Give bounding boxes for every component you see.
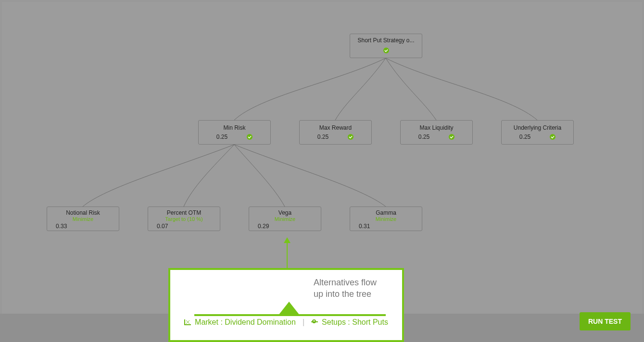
node-title: Underlying Criteria	[502, 121, 573, 131]
node-title: Notional Risk	[47, 207, 119, 216]
node-value: 0.25	[418, 134, 429, 140]
annotation-text: Alternatives flow up into the tree	[314, 277, 377, 300]
node-vega[interactable]: Vega Minimize 0.29	[249, 207, 321, 231]
annotation-triangle-icon	[278, 302, 300, 315]
node-objective: Target to (10 %)	[148, 216, 220, 222]
node-objective: Minimize	[249, 216, 321, 222]
node-notional-risk[interactable]: Notional Risk Minimize 0.33	[47, 207, 119, 231]
node-underlying-criteria[interactable]: Underlying Criteria 0.25	[501, 120, 574, 145]
check-icon	[550, 134, 556, 140]
node-value: 0.33	[47, 223, 119, 232]
annotation-callout: Alternatives flow up into the tree Marke…	[168, 268, 404, 342]
check-icon	[383, 48, 389, 53]
market-label: Market : Dividend Domination	[195, 318, 296, 327]
check-icon	[449, 134, 455, 140]
flow-arrow-icon	[284, 237, 290, 267]
node-value: 0.31	[350, 223, 422, 232]
node-title: Percent OTM	[148, 207, 220, 216]
node-title: Max Reward	[300, 121, 371, 131]
annotation-divider	[194, 314, 386, 316]
node-title: Short Put Strategy o...	[350, 34, 422, 44]
node-objective: Minimize	[47, 216, 119, 222]
node-value: 0.25	[519, 134, 530, 140]
node-title: Min Risk	[199, 121, 270, 131]
separator: |	[303, 318, 304, 327]
setup-icon	[311, 319, 318, 325]
node-value: 0.25	[317, 134, 328, 140]
node-value: 0.07	[148, 223, 220, 232]
chart-icon	[184, 319, 191, 325]
node-value: 0.25	[216, 134, 227, 140]
check-icon	[247, 134, 253, 140]
node-title: Gamma	[350, 207, 422, 216]
check-icon	[348, 134, 354, 140]
node-value: 0.29	[249, 223, 321, 232]
setups-link[interactable]: Setups : Short Puts	[311, 318, 388, 327]
canvas-body[interactable]	[2, 2, 642, 314]
node-max-reward[interactable]: Max Reward 0.25	[299, 120, 372, 145]
node-title: Vega	[249, 207, 321, 216]
node-min-risk[interactable]: Min Risk 0.25	[198, 120, 271, 145]
node-max-liquidity[interactable]: Max Liquidity 0.25	[400, 120, 473, 145]
setups-label: Setups : Short Puts	[322, 318, 388, 327]
market-link[interactable]: Market : Dividend Domination	[184, 318, 296, 327]
node-title: Max Liquidity	[401, 121, 472, 131]
node-objective: Minimize	[350, 216, 422, 222]
run-test-button[interactable]: RUN TEST	[580, 312, 631, 330]
node-gamma[interactable]: Gamma Minimize 0.31	[350, 207, 422, 231]
diagram-canvas: Short Put Strategy o... Min Risk 0.25 Ma…	[0, 0, 644, 342]
node-percent-otm[interactable]: Percent OTM Target to (10 %) 0.07	[148, 207, 220, 231]
tree-root-node[interactable]: Short Put Strategy o...	[350, 34, 422, 58]
